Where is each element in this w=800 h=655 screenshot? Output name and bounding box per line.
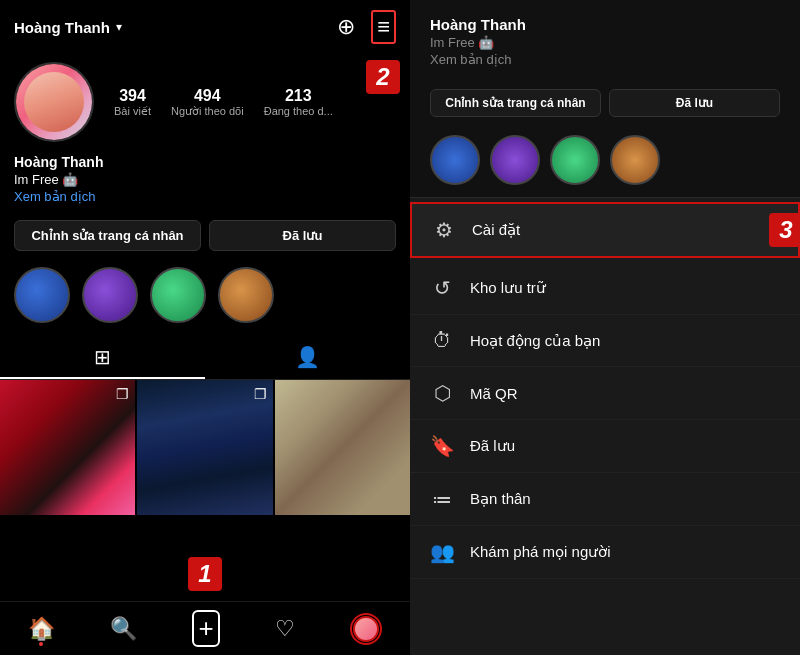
top-bar: Hoàng Thanh ▾ ⊕ ≡ bbox=[0, 0, 410, 54]
nav-profile[interactable] bbox=[350, 613, 382, 645]
drawer-buttons: Chỉnh sửa trang cá nhân Đã lưu bbox=[410, 79, 800, 127]
stat-followers-label: Người theo dõi bbox=[171, 105, 244, 118]
drawer-story-4[interactable] bbox=[610, 135, 660, 185]
username-area: Hoàng Thanh ▾ bbox=[14, 19, 321, 36]
photo-2 bbox=[137, 380, 272, 515]
stat-followers[interactable]: 494 Người theo dõi bbox=[171, 87, 244, 118]
add-button[interactable]: ⊕ bbox=[337, 14, 355, 40]
menu-item-label-0: Cài đặt bbox=[472, 221, 520, 239]
photo-grid: ❐ ❐ 1 bbox=[0, 380, 410, 601]
menu-item-3[interactable]: ⬡Mã QR bbox=[410, 367, 800, 420]
menu-item-label-6: Khám phá mọi người bbox=[470, 543, 611, 561]
menu-item-label-3: Mã QR bbox=[470, 385, 518, 402]
menu-item-icon-2: ⏱ bbox=[430, 329, 454, 352]
menu-item-icon-6: 👥 bbox=[430, 540, 454, 564]
drawer-story-3[interactable] bbox=[550, 135, 600, 185]
drawer-saved-button[interactable]: Đã lưu bbox=[609, 89, 780, 117]
search-icon: 🔍 bbox=[110, 616, 137, 642]
menu-button[interactable]: ≡ bbox=[371, 10, 396, 44]
nav-home[interactable]: 🏠 bbox=[28, 616, 55, 642]
drawer-profile: Hoàng Thanh Im Free 🤖 Xem bản dịch bbox=[410, 0, 800, 79]
menu-item-4[interactable]: 🔖Đã lưu bbox=[410, 420, 800, 473]
menu-item-icon-5: ≔ bbox=[430, 487, 454, 511]
stat-following[interactable]: 213 Đang theo d... bbox=[264, 87, 333, 118]
stat-followers-number: 494 bbox=[194, 87, 221, 105]
drawer-story-2[interactable] bbox=[490, 135, 540, 185]
right-panel: Hoàng Thanh Im Free 🤖 Xem bản dịch Chỉnh… bbox=[410, 0, 800, 655]
story-circle-1[interactable] bbox=[14, 267, 70, 323]
edit-profile-button[interactable]: Chỉnh sửa trang cá nhân bbox=[14, 220, 201, 251]
story-circle-3[interactable] bbox=[150, 267, 206, 323]
nav-dot bbox=[39, 642, 43, 646]
avatar bbox=[14, 62, 94, 142]
menu-list: ⚙Cài đặt3↺Kho lưu trữ⏱Hoạt động của bạn⬡… bbox=[410, 198, 800, 655]
nav-add[interactable]: + bbox=[192, 610, 219, 647]
menu-item-label-4: Đã lưu bbox=[470, 437, 515, 455]
photo-1 bbox=[0, 380, 135, 515]
menu-item-icon-0: ⚙ bbox=[432, 218, 456, 242]
avatar-image bbox=[16, 64, 92, 140]
username-label: Hoàng Thanh bbox=[14, 19, 110, 36]
menu-item-label-5: Bạn thân bbox=[470, 490, 531, 508]
annotation-2: 2 bbox=[366, 60, 400, 94]
multi-photo-icon-1: ❐ bbox=[116, 386, 129, 402]
menu-item-6[interactable]: 👥Khám phá mọi người bbox=[410, 526, 800, 579]
stat-following-number: 213 bbox=[285, 87, 312, 105]
photo-3 bbox=[275, 380, 410, 515]
saved-button[interactable]: Đã lưu bbox=[209, 220, 396, 251]
stat-posts[interactable]: 394 Bài viết bbox=[114, 87, 151, 118]
add-icon: + bbox=[192, 610, 219, 647]
drawer-profile-bio: Im Free 🤖 bbox=[430, 35, 780, 50]
story-circle-4[interactable] bbox=[218, 267, 274, 323]
bio-section: Hoàng Thanh Im Free 🤖 Xem bản dịch bbox=[0, 154, 410, 214]
drawer-edit-button[interactable]: Chỉnh sửa trang cá nhân bbox=[430, 89, 601, 117]
photo-cell-2[interactable]: ❐ bbox=[137, 380, 272, 515]
drawer-stories bbox=[410, 127, 800, 197]
avatar-face bbox=[24, 72, 84, 132]
bio-link[interactable]: Xem bản dịch bbox=[14, 189, 396, 204]
stats-row: 394 Bài viết 494 Người theo dõi 213 Đang… bbox=[114, 87, 396, 118]
action-buttons: Chỉnh sửa trang cá nhân Đã lưu bbox=[0, 214, 410, 263]
nav-search[interactable]: 🔍 bbox=[110, 616, 137, 642]
menu-item-2[interactable]: ⏱Hoạt động của bạn bbox=[410, 315, 800, 367]
menu-item-icon-4: 🔖 bbox=[430, 434, 454, 458]
heart-icon: ♡ bbox=[275, 616, 295, 642]
annotation-3: 3 bbox=[769, 213, 800, 247]
drawer-story-1[interactable] bbox=[430, 135, 480, 185]
story-row bbox=[0, 263, 410, 335]
menu-item-icon-1: ↺ bbox=[430, 276, 454, 300]
nav-avatar-img bbox=[353, 616, 379, 642]
menu-item-1[interactable]: ↺Kho lưu trữ bbox=[410, 262, 800, 315]
profile-section: 394 Bài viết 494 Người theo dõi 213 Đang… bbox=[0, 54, 410, 154]
menu-item-5[interactable]: ≔Bạn thân bbox=[410, 473, 800, 526]
profile-avatar-nav bbox=[350, 613, 382, 645]
story-circle-2[interactable] bbox=[82, 267, 138, 323]
multi-photo-icon-2: ❐ bbox=[254, 386, 267, 402]
grid-icon: ⊞ bbox=[94, 345, 111, 369]
chevron-down-icon[interactable]: ▾ bbox=[116, 20, 122, 34]
drawer-profile-name: Hoàng Thanh bbox=[430, 16, 780, 33]
left-panel: Hoàng Thanh ▾ ⊕ ≡ 394 Bài viết 494 Người… bbox=[0, 0, 410, 655]
bio-line1: Im Free 🤖 bbox=[14, 172, 396, 187]
tab-grid[interactable]: ⊞ bbox=[0, 335, 205, 379]
stat-posts-number: 394 bbox=[119, 87, 146, 105]
menu-item-icon-3: ⬡ bbox=[430, 381, 454, 405]
stat-following-label: Đang theo d... bbox=[264, 105, 333, 117]
tab-bar: ⊞ 👤 bbox=[0, 335, 410, 380]
menu-item-label-2: Hoạt động của bạn bbox=[470, 332, 600, 350]
bottom-nav: 🏠 🔍 + ♡ bbox=[0, 601, 410, 655]
tab-tagged[interactable]: 👤 bbox=[205, 335, 410, 379]
home-icon: 🏠 bbox=[28, 616, 55, 642]
menu-item-label-1: Kho lưu trữ bbox=[470, 279, 546, 297]
annotation-1: 1 bbox=[188, 557, 222, 591]
stat-posts-label: Bài viết bbox=[114, 105, 151, 118]
person-tag-icon: 👤 bbox=[295, 345, 320, 369]
photo-cell-3[interactable] bbox=[275, 380, 410, 515]
drawer-profile-link[interactable]: Xem bản dịch bbox=[430, 52, 780, 67]
photo-cell-1[interactable]: ❐ bbox=[0, 380, 135, 515]
bio-name: Hoàng Thanh bbox=[14, 154, 396, 170]
nav-heart[interactable]: ♡ bbox=[275, 616, 295, 642]
menu-item-0[interactable]: ⚙Cài đặt3 bbox=[410, 202, 800, 258]
